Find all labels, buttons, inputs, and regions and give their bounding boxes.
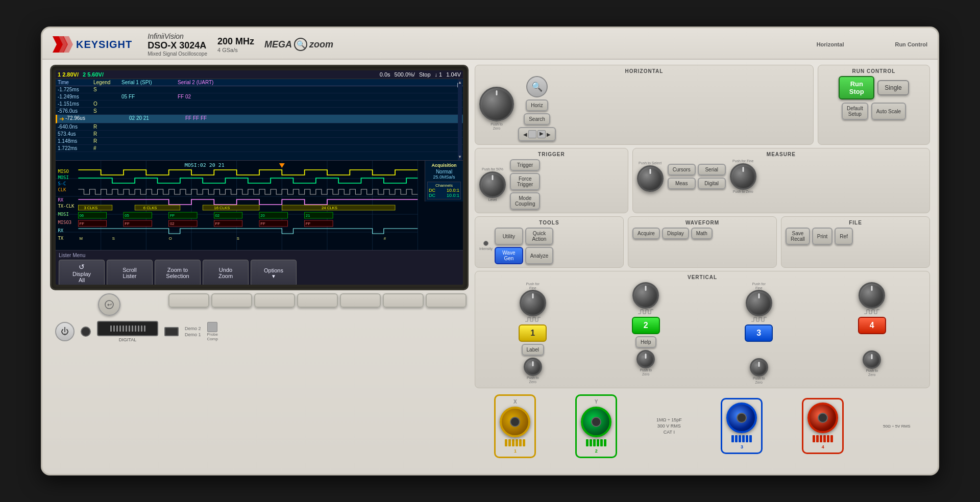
label-button[interactable]: Label [522, 344, 544, 356]
power-button[interactable]: ⏻ [55, 322, 75, 341]
search-magnifier-icon[interactable]: 🔍 [526, 76, 548, 97]
vertical-title: Vertical [479, 274, 925, 280]
ch3-scale-knob[interactable] [746, 290, 772, 316]
vertical-controls: Push for Fine 1 Label Push to Zero [479, 282, 925, 385]
ch2-push-zero: Push to Zero [640, 368, 652, 376]
run-control-title-header: Run Control [895, 41, 927, 47]
save-recall-button[interactable]: Save Recall [786, 228, 810, 245]
model-info: InfiniiVision DSO-X 3024A Mixed Signal O… [148, 32, 207, 57]
scroll-indicator[interactable]: ▲ ▼ [458, 79, 462, 160]
probe-comp-connector: Probe Comp [207, 322, 218, 341]
ch2-pos-knob[interactable] [636, 350, 655, 368]
ch2-bnc-connector[interactable] [581, 407, 611, 437]
vertical-section: Vertical Push for Fine 1 Label [475, 271, 930, 388]
display-all-button[interactable]: ↺ Display All [59, 260, 105, 285]
mode-coupling-button[interactable]: Mode Coupling [510, 192, 540, 210]
ch1-button[interactable]: 1 [519, 324, 547, 342]
run-stop-button[interactable]: Run Stop [839, 76, 874, 99]
ch4-bnc-connector[interactable] [807, 403, 838, 433]
search-button[interactable]: Search [524, 113, 550, 125]
ch1-pos-knob[interactable] [524, 358, 542, 376]
ch2-status: 2 5.60V/ [83, 71, 104, 78]
waveform-area: Acquisition Normal 25.0MSa/s Channels DC… [56, 161, 463, 250]
ch3-pos-knob[interactable] [750, 358, 768, 376]
single-button[interactable]: Single [877, 80, 909, 95]
serial-button[interactable]: Serial [698, 164, 726, 175]
screen-section: 1 2.80V/ 2 5.60V/ 0.0s 500.0%/ Stop ↓ 1 … [50, 65, 469, 469]
intensity-label: Intensity [479, 247, 493, 251]
trigger-button[interactable]: Trigger [510, 159, 540, 171]
push-to-zero-label: Push to Zero [491, 122, 503, 130]
ch1-bnc-connector[interactable] [500, 407, 530, 437]
channels-box: Channels DC 10.0:1 DC 10.0:1 [427, 182, 461, 199]
miso3-decode-6-text: FF [306, 221, 311, 226]
horizontal-timebase-knob[interactable] [479, 87, 514, 121]
digital-button[interactable]: Digital [698, 178, 726, 189]
list-item: -640.0ns R [56, 123, 463, 131]
back-button[interactable]: ↩ [98, 293, 120, 316]
probe-comp-area: Demo 2 Demo 1 [185, 326, 201, 337]
measure-select-knob[interactable] [730, 163, 756, 190]
ch2-button[interactable]: 2 [632, 317, 660, 334]
trig-status: Stop [419, 71, 431, 78]
ch4-button[interactable]: 4 [858, 317, 886, 334]
ch4-wave-icon [864, 309, 879, 315]
tx2-decode-o: O [169, 236, 172, 241]
display-button[interactable]: Display [662, 228, 689, 239]
softkey-7[interactable] [426, 293, 467, 308]
cursors-button[interactable]: Cursors [668, 164, 696, 175]
ch2-coupling: DC 10.0:1 [429, 193, 459, 198]
ch4-pos-knob[interactable] [863, 350, 881, 369]
print-button[interactable]: Print [812, 228, 833, 245]
ch3-button[interactable]: 3 [745, 324, 773, 342]
file-buttons: Save Recall Print Ref [786, 228, 925, 245]
softkey-5[interactable] [340, 293, 381, 308]
ch3-bnc-connector[interactable] [726, 403, 757, 433]
softkey-2[interactable] [211, 293, 252, 308]
miso3-decode-3-text: 02 [170, 221, 175, 226]
acquire-button[interactable]: Acquire [632, 228, 660, 239]
default-setup-button[interactable]: Default Setup [842, 103, 868, 120]
softkey-6[interactable] [383, 293, 424, 308]
zoom-to-selection-button[interactable]: Zoom to Selection [155, 260, 201, 285]
ch1-scale-knob[interactable] [520, 290, 546, 316]
math-button[interactable]: Math [691, 228, 713, 239]
meas-button[interactable]: Meas [668, 178, 696, 189]
waveform-section: Waveform Acquire Display Math [628, 216, 777, 268]
analyze-button[interactable]: Analyze [525, 247, 554, 264]
mega-text: MEGA [264, 39, 292, 50]
ch4-scale-knob[interactable] [859, 282, 885, 309]
horiz-button[interactable]: Horiz [526, 99, 548, 111]
impedance2-area: 50Ω ÷ 5V RMS [883, 424, 911, 429]
miso3-label: MISO3 [58, 220, 71, 224]
softkey-4[interactable] [297, 293, 338, 308]
clk-waveform [78, 189, 418, 194]
force-trigger-button[interactable]: Force Trigger [510, 173, 540, 190]
scroll-lister-button[interactable]: Scroll Lister [107, 260, 153, 285]
ch2-scale-knob[interactable] [632, 282, 659, 309]
list-item: 1.148ms R [56, 138, 463, 145]
help-button[interactable]: Help [635, 336, 656, 348]
brand-name: KEYSIGHT [76, 39, 132, 51]
trigger-section: Trigger Push for 50% Level Trigger Force… [475, 148, 628, 213]
options-button[interactable]: Options ▼ [251, 260, 297, 285]
trigger-level-knob[interactable] [479, 171, 506, 198]
softkey-1[interactable] [168, 293, 209, 308]
auto-scale-button[interactable]: Auto Scale [871, 103, 906, 120]
zoom-text: zoom [309, 39, 333, 50]
ch3-wave-icon [751, 316, 767, 322]
navigate-button[interactable]: ◀ ▶ ▶ [518, 127, 556, 141]
ch1-knob-group: Push for Fine [520, 282, 546, 322]
wave-gen-button[interactable]: Wave Gen [495, 247, 523, 264]
ref-button[interactable]: Ref [835, 228, 853, 245]
utility-button[interactable]: Utility [495, 228, 523, 245]
softkey-3[interactable] [254, 293, 295, 308]
measure-knob[interactable] [637, 165, 664, 192]
undo-zoom-button[interactable]: Undo Zoom [203, 260, 249, 285]
quick-action-button[interactable]: Quick Action [525, 228, 554, 245]
lister-col-spi: Serial 1 (SPI) [121, 80, 178, 85]
horizontal-title-header: Horizontal [817, 41, 844, 47]
menu-buttons: ↺ Display All Scroll Lister Zoom to Sele… [59, 260, 460, 285]
miso-waveform [78, 170, 418, 175]
horizontal-knob-group: Push to Zero [479, 87, 514, 130]
